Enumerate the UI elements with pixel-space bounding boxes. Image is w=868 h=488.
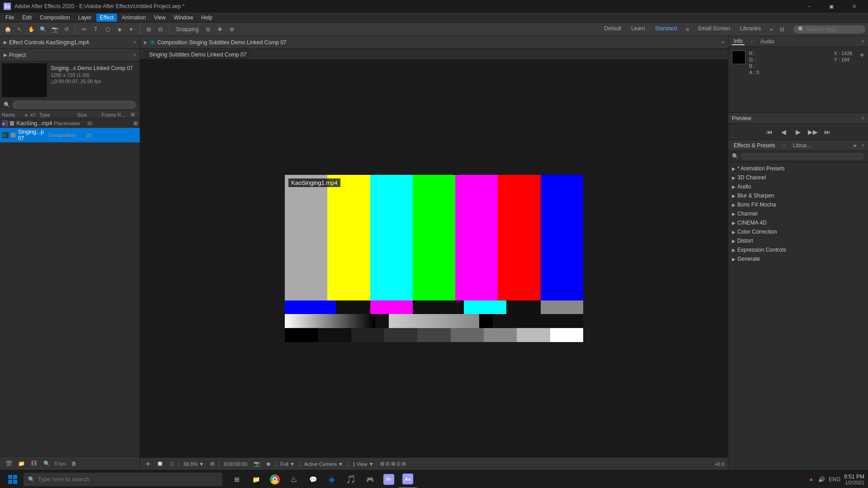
preview-play[interactable]: ▶ bbox=[793, 127, 804, 137]
viewer-draft[interactable]: 🔲 bbox=[155, 460, 165, 468]
menu-effect[interactable]: Effect bbox=[96, 14, 117, 22]
effects-overflow[interactable]: » bbox=[853, 142, 856, 149]
tab-info[interactable]: Info bbox=[732, 38, 745, 45]
search-help-area[interactable]: 🔍 bbox=[793, 25, 865, 33]
taskbar-edge[interactable]: ◈ bbox=[323, 470, 341, 488]
viewer-view-label[interactable]: 1 View ▼ bbox=[351, 460, 376, 468]
tool-select[interactable]: ↖ bbox=[14, 24, 24, 34]
preview-menu[interactable]: ≡ bbox=[862, 116, 864, 121]
viewer-zoom[interactable]: 68.8% ▼ bbox=[182, 460, 206, 468]
effects-group-9[interactable]: ▶ Expression Controls bbox=[728, 245, 868, 254]
tool-zoom[interactable]: 🔍 bbox=[38, 24, 48, 34]
viewer-3d[interactable]: ⬡ bbox=[168, 460, 176, 468]
comp-header-collapse[interactable]: ▶ bbox=[144, 40, 147, 45]
taskbar-ae[interactable]: Ae bbox=[399, 470, 417, 488]
workspace-default[interactable]: Default bbox=[599, 24, 626, 34]
minimize-button[interactable]: − bbox=[798, 0, 819, 13]
effects-group-0[interactable]: ▶ * Animation Presets bbox=[728, 164, 868, 173]
info-menu[interactable]: ≡ bbox=[862, 39, 864, 44]
workspace-icon[interactable]: ⊟ bbox=[777, 24, 787, 34]
viewer-fit[interactable]: ⊞ bbox=[208, 460, 216, 468]
close-button[interactable]: ✕ bbox=[844, 0, 864, 13]
comp-header-menu[interactable]: ≡ bbox=[722, 40, 724, 45]
tray-network[interactable]: 🔺 bbox=[808, 476, 815, 483]
workspace-learn[interactable]: Learn bbox=[627, 24, 650, 34]
effects-group-10[interactable]: ▶ Generate bbox=[728, 254, 868, 263]
tool-fill[interactable]: ◈ bbox=[114, 24, 124, 34]
snap-btn2[interactable]: ❖ bbox=[215, 24, 225, 34]
tool-mask[interactable]: ⬡ bbox=[103, 24, 113, 34]
maximize-button[interactable]: ▣ bbox=[821, 0, 842, 13]
viewer-icons-row[interactable]: ⊞ ⊟ ⊠ ⊡ ⊞ bbox=[378, 460, 408, 468]
project-menu[interactable]: ≡ bbox=[133, 52, 136, 57]
viewer-timecode[interactable]: 0:00:00:00 bbox=[222, 460, 249, 468]
effect-controls-collapse[interactable]: ▶ bbox=[4, 40, 7, 45]
snapping-toggle[interactable]: ⧉ bbox=[203, 24, 213, 34]
viewer-snapshot[interactable]: 📷 bbox=[252, 460, 262, 468]
workspace-libraries[interactable]: Libraries bbox=[736, 24, 765, 34]
menu-window[interactable]: Window bbox=[170, 14, 197, 22]
taskbar-explorer[interactable]: 📁 bbox=[247, 470, 265, 488]
taskbar-steam[interactable]: ♨ bbox=[285, 470, 303, 488]
effect-controls-menu[interactable]: ≡ bbox=[133, 40, 136, 45]
project-search-input[interactable] bbox=[12, 101, 136, 109]
window-controls[interactable]: − ▣ ✕ bbox=[798, 0, 864, 13]
folder-icon[interactable]: 📁 bbox=[16, 459, 26, 469]
project-item-1[interactable]: ⊞ Singing...p 07 Composition 25 bbox=[0, 128, 140, 142]
workspace-options[interactable]: ≡ bbox=[683, 24, 693, 34]
tab-audio[interactable]: Audio bbox=[759, 38, 776, 45]
tray-eng[interactable]: ENG bbox=[829, 476, 840, 483]
preview-first[interactable]: ⏮ bbox=[764, 127, 775, 137]
project-collapse[interactable]: ▶ bbox=[4, 52, 7, 57]
viewer-show-snapshot[interactable]: ◉ bbox=[264, 460, 273, 468]
effects-menu[interactable]: ≡ bbox=[862, 143, 864, 148]
taskbar-messages[interactable]: 💬 bbox=[304, 470, 322, 488]
col-header-frames[interactable]: Frame R... bbox=[102, 112, 129, 117]
col-header-type[interactable]: Type bbox=[39, 112, 75, 117]
delete-icon[interactable]: 🗑 bbox=[69, 459, 79, 469]
search-help-input[interactable] bbox=[807, 26, 861, 33]
menu-animation[interactable]: Animation bbox=[118, 14, 149, 22]
effects-group-1[interactable]: ▶ 3D Channel bbox=[728, 173, 868, 182]
workspace-overflow[interactable]: » bbox=[766, 24, 776, 34]
menu-layer[interactable]: Layer bbox=[75, 14, 95, 22]
effects-group-7[interactable]: ▶ Color Correction bbox=[728, 227, 868, 236]
system-clock[interactable]: 8:51 PM 1/2/2021 bbox=[844, 474, 864, 485]
menu-file[interactable]: File bbox=[2, 14, 18, 22]
tool-camera[interactable]: 📷 bbox=[50, 24, 60, 34]
viewer-camera-label[interactable]: Active Camera ▼ bbox=[302, 460, 345, 468]
preview-prev[interactable]: ◀ bbox=[778, 127, 789, 137]
menu-help[interactable]: Help bbox=[198, 14, 216, 22]
tool-pen[interactable]: ✏ bbox=[79, 24, 89, 34]
workspace-standard[interactable]: Standard bbox=[651, 24, 682, 34]
preview-next[interactable]: ▶▶ bbox=[807, 127, 818, 137]
tool-dist[interactable]: ⊟ bbox=[156, 24, 165, 34]
effects-tab-librar[interactable]: Librar... bbox=[791, 142, 813, 149]
effects-group-5[interactable]: ▶ Channel bbox=[728, 209, 868, 218]
effects-group-3[interactable]: ▶ Blur & Sharpen bbox=[728, 191, 868, 200]
snap-btn3[interactable]: ⊕ bbox=[227, 24, 237, 34]
menu-view[interactable]: View bbox=[151, 14, 170, 22]
taskbar-premiere[interactable]: Pr bbox=[380, 470, 398, 488]
col-header-size[interactable]: Size bbox=[77, 112, 100, 117]
footage-icon[interactable]: 🎞 bbox=[29, 459, 39, 469]
viewer-area[interactable]: KaoSinging1.mp4 bbox=[140, 60, 728, 457]
tool-align[interactable]: ⊞ bbox=[144, 24, 154, 34]
taskbar-spotify[interactable]: 🎵 bbox=[342, 470, 360, 488]
viewer-always-preview[interactable]: 👁 bbox=[144, 460, 152, 468]
search-footage-icon[interactable]: 🔍 bbox=[42, 459, 52, 469]
new-comp-icon[interactable]: 🎬 bbox=[4, 459, 14, 469]
taskbar-search-input[interactable] bbox=[38, 476, 209, 483]
effects-group-4[interactable]: ▶ Boris FX Mocha bbox=[728, 200, 868, 209]
home-btn[interactable]: 🏠 bbox=[3, 24, 13, 34]
tool-puppet[interactable]: ✦ bbox=[126, 24, 136, 34]
taskbar-chrome[interactable] bbox=[266, 470, 284, 488]
start-button[interactable] bbox=[4, 470, 22, 488]
effects-group-8[interactable]: ▶ Distort bbox=[728, 236, 868, 245]
taskbar-unknown[interactable]: 🎮 bbox=[361, 470, 379, 488]
effects-group-6[interactable]: ▶ CINEMA 4D bbox=[728, 218, 868, 227]
info-add-btn[interactable]: + bbox=[859, 51, 864, 75]
tray-volume[interactable]: 🔊 bbox=[818, 476, 825, 483]
effects-tab-main[interactable]: Effects & Presets bbox=[732, 142, 777, 149]
tool-text[interactable]: T bbox=[91, 24, 101, 34]
